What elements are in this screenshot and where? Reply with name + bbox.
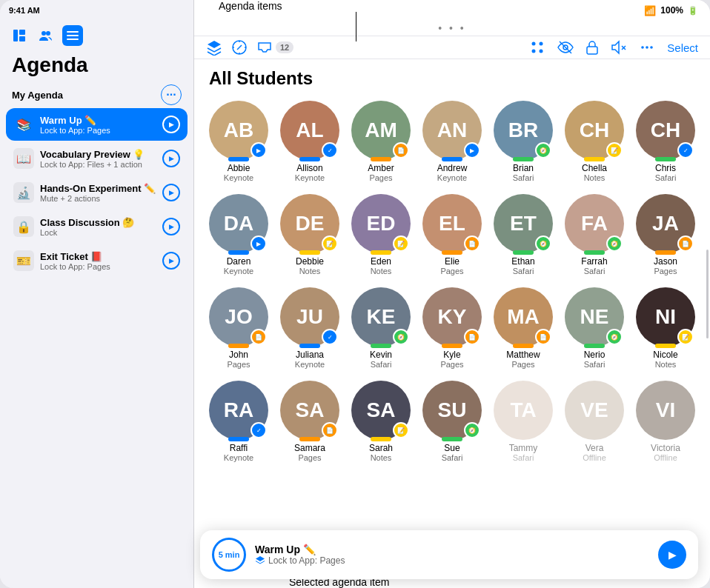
student-avatar-wrap-matthew: MA 📄 xyxy=(494,287,553,347)
student-avatar-wrap-allison: AL ✓ xyxy=(280,101,339,160)
agenda-item-play-class-discussion[interactable]: ▶ xyxy=(162,218,180,235)
student-name-john: John xyxy=(229,350,248,360)
sidebar-icon-list[interactable] xyxy=(62,25,83,46)
student-app-daren: Keynote xyxy=(224,267,253,275)
student-badge-eden: 📝 xyxy=(393,235,409,252)
student-card-vera[interactable]: VE Vera Offline xyxy=(562,381,627,462)
student-card-matthew[interactable]: MA 📄 Matthew Pages xyxy=(491,287,556,369)
sidebar-icon-panel[interactable] xyxy=(9,25,30,46)
student-card-chris[interactable]: CH ✓ Chris Safari xyxy=(633,101,698,182)
agenda-item-class-discussion[interactable]: 🔒 Class Discussion 🤔 Lock ▶ xyxy=(6,210,188,243)
compass-button[interactable] xyxy=(231,39,248,56)
app-indicator-farrah xyxy=(584,250,605,255)
agenda-item-hands-on-experiment[interactable]: 🔬 Hands-On Experiment ✏️ Mute + 2 action… xyxy=(6,176,188,209)
sidebar-icon-people[interactable] xyxy=(36,25,56,46)
student-card-jason[interactable]: JA 📄 Jason Pages xyxy=(633,194,698,275)
student-avatar-wrap-chris: CH ✓ xyxy=(636,101,695,160)
student-card-elie[interactable]: EL 📄 Elie Pages xyxy=(419,194,485,275)
student-avatar-wrap-samara: SA 📄 xyxy=(280,381,339,440)
student-app-brian: Safari xyxy=(513,173,534,182)
agenda-item-title-vocabulary-preview: Vocabulary Preview 💡 xyxy=(40,149,162,160)
student-name-nicole: Nicole xyxy=(653,350,677,360)
agenda-item-play-exit-ticket[interactable]: ▶ xyxy=(162,252,180,270)
drag-handle[interactable]: • • • xyxy=(194,21,710,36)
eye-button[interactable] xyxy=(557,39,574,56)
agenda-item-content-warm-up: Warm Up ✏️ Lock to App: Pages xyxy=(40,115,162,135)
student-badge-farrah: 🧭 xyxy=(606,235,623,252)
student-card-samara[interactable]: SA 📄 Samara Pages xyxy=(277,381,342,462)
student-card-tammy[interactable]: TA Tammy Safari xyxy=(491,381,556,462)
student-name-debbie: Debbie xyxy=(296,256,324,267)
student-card-allison[interactable]: AL ✓ Allison Keynote xyxy=(277,101,342,182)
agenda-item-content-vocabulary-preview: Vocabulary Preview 💡 Lock to App: Files … xyxy=(40,149,162,169)
bottom-subtitle: Lock to App: Pages xyxy=(255,555,649,566)
student-avatar-wrap-juliana: JU ✓ xyxy=(280,287,339,347)
sidebar-scrollbar[interactable] xyxy=(706,250,709,338)
select-button[interactable]: Select xyxy=(667,41,698,54)
student-avatar-wrap-tammy: TA xyxy=(494,381,553,440)
student-badge-andrew: ▶ xyxy=(464,142,480,158)
app-indicator-jason xyxy=(655,250,676,255)
student-badge-samara: 📄 xyxy=(322,422,338,438)
svg-rect-6 xyxy=(67,35,79,36)
student-card-sue[interactable]: SU 🧭 Sue Safari xyxy=(419,381,485,462)
student-card-sarah[interactable]: SA 📝 Sarah Notes xyxy=(348,381,414,462)
student-avatar-wrap-nerio: NE 🧭 xyxy=(565,287,624,347)
student-card-kevin[interactable]: KE 🧭 Kevin Safari xyxy=(348,287,414,369)
app-indicator-juliana xyxy=(299,344,320,348)
inbox-button[interactable]: 12 xyxy=(256,39,293,56)
student-avatar-wrap-eden: ED 📝 xyxy=(351,194,411,253)
app-indicator-sarah xyxy=(371,437,391,441)
student-card-chella[interactable]: CH 📝 Chella Notes xyxy=(562,101,627,182)
agenda-item-play-vocabulary-preview[interactable]: ▶ xyxy=(162,150,180,167)
sidebar-toolbar xyxy=(0,21,193,50)
student-grid: AB ▶ Abbie Keynote AL ✓ Allison Keynote … xyxy=(194,95,710,588)
student-avatar-wrap-victoria: VI xyxy=(636,381,695,440)
student-name-brian: Brian xyxy=(513,163,534,173)
agenda-item-play-warm-up[interactable]: ▶ xyxy=(162,116,180,133)
student-app-samara: Pages xyxy=(298,453,321,462)
student-card-john[interactable]: JO 📄 John Pages xyxy=(206,287,271,369)
student-badge-amber: 📄 xyxy=(393,142,409,158)
lock-button[interactable] xyxy=(585,39,599,56)
svg-point-18 xyxy=(641,46,644,49)
student-card-andrew[interactable]: AN ▶ Andrew Keynote xyxy=(419,101,485,182)
group-view-button[interactable] xyxy=(529,39,545,56)
student-card-ethan[interactable]: ET 🧭 Ethan Safari xyxy=(491,194,556,275)
agenda-item-play-hands-on-experiment[interactable]: ▶ xyxy=(162,184,180,201)
agenda-item-exit-ticket[interactable]: 🎫 Exit Ticket 📕 Lock to App: Pages ▶ xyxy=(6,244,188,277)
student-card-victoria[interactable]: VI Victoria Offline xyxy=(633,381,698,462)
mute-button[interactable] xyxy=(611,39,627,56)
student-card-nicole[interactable]: NI 📝 Nicole Notes xyxy=(633,287,698,369)
student-card-debbie[interactable]: DE 📝 Debbie Notes xyxy=(277,194,342,275)
student-card-nerio[interactable]: NE 🧭 Nerio Safari xyxy=(562,287,627,369)
app-indicator-nicole xyxy=(655,344,676,348)
student-card-brian[interactable]: BR 🧭 Brian Safari xyxy=(491,101,556,182)
agenda-item-vocabulary-preview[interactable]: 📖 Vocabulary Preview 💡 Lock to App: File… xyxy=(6,142,188,175)
app-indicator-amber xyxy=(371,157,391,161)
student-avatar-wrap-vera: VE xyxy=(565,381,624,440)
play-button[interactable]: ▶ xyxy=(658,541,686,569)
student-card-eden[interactable]: ED 📝 Eden Notes xyxy=(348,194,414,275)
student-card-kyle[interactable]: KY 📄 Kyle Pages xyxy=(419,287,485,369)
agenda-item-content-hands-on-experiment: Hands-On Experiment ✏️ Mute + 2 actions xyxy=(40,183,162,203)
student-app-chris: Safari xyxy=(655,173,677,182)
student-card-amber[interactable]: AM 📄 Amber Pages xyxy=(348,101,414,182)
student-card-farrah[interactable]: FA 🧭 Farrah Safari xyxy=(562,194,627,275)
student-app-allison: Keynote xyxy=(295,173,325,182)
agenda-item-warm-up[interactable]: 📚 Warm Up ✏️ Lock to App: Pages ▶ xyxy=(6,108,188,141)
app-frame: 9:41 AM xyxy=(0,0,710,588)
more-button[interactable] xyxy=(639,39,655,56)
layers-button[interactable] xyxy=(206,39,222,56)
student-badge-chris: ✓ xyxy=(677,142,694,158)
student-card-raffi[interactable]: RA ✓ Raffi Keynote xyxy=(206,381,271,462)
student-badge-jason: 📄 xyxy=(677,235,694,252)
student-card-abbie[interactable]: AB ▶ Abbie Keynote xyxy=(206,101,271,182)
student-badge-brian: 🧭 xyxy=(535,142,551,158)
student-card-daren[interactable]: DA ▶ Daren Keynote xyxy=(206,194,271,275)
student-card-juliana[interactable]: JU ✓ Juliana Keynote xyxy=(277,287,342,369)
student-badge-daren: ▶ xyxy=(251,235,267,252)
agenda-item-content-exit-ticket: Exit Ticket 📕 Lock to App: Pages xyxy=(40,251,162,271)
more-button[interactable]: ··· xyxy=(161,84,182,105)
student-avatar-wrap-sue: SU 🧭 xyxy=(422,381,482,440)
